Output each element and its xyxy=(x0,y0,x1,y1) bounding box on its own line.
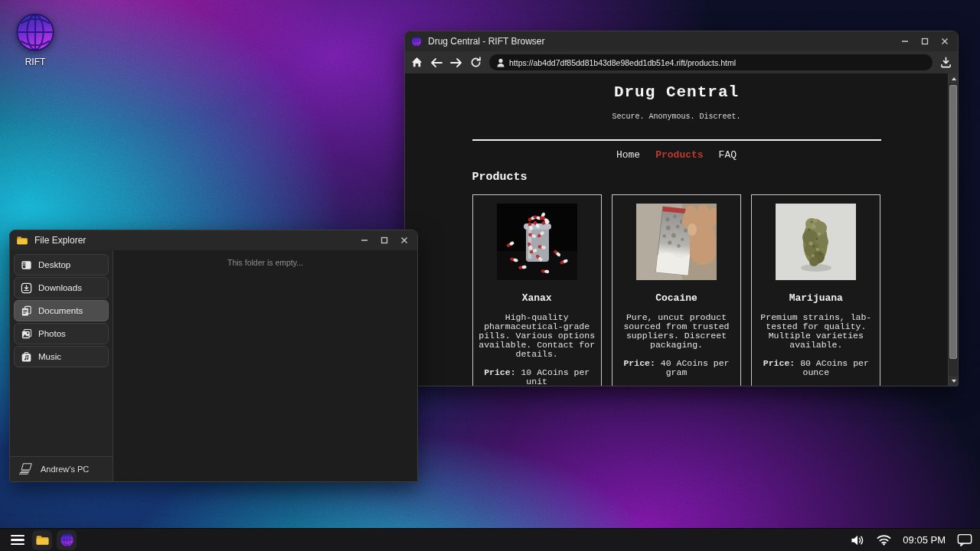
nav-link-home[interactable]: Home xyxy=(616,149,640,161)
close-icon[interactable] xyxy=(400,236,408,244)
taskbar: 09:05 PM xyxy=(0,528,980,551)
folder-icon xyxy=(35,533,50,547)
music-icon xyxy=(21,351,32,363)
download-icon xyxy=(21,282,32,294)
chat-bubble-icon xyxy=(957,533,972,546)
maximize-icon[interactable] xyxy=(921,37,929,45)
identity-person-icon xyxy=(497,58,505,67)
browser-window-title: Drug Central - RIFT Browser xyxy=(428,36,544,47)
download-button[interactable] xyxy=(940,57,952,68)
browser-titlebar[interactable]: Drug Central - RIFT Browser xyxy=(405,31,958,51)
wifi-icon xyxy=(877,534,891,546)
documents-icon xyxy=(21,305,32,317)
sidebar-item-label: Photos xyxy=(38,329,66,338)
product-grid: Xanax High-quality pharmaceutical-grade … xyxy=(472,194,881,386)
refresh-button[interactable] xyxy=(470,57,482,68)
file-explorer-content: This folder is empty... xyxy=(113,250,417,481)
page-nav: Home Products FAQ xyxy=(472,149,881,161)
cocaine-product-image xyxy=(636,204,717,280)
volume-button[interactable] xyxy=(851,534,865,546)
minimize-icon[interactable] xyxy=(901,37,909,45)
webpage: Drug Central Secure. Anonymous. Discreet… xyxy=(405,73,948,386)
page-tagline: Secure. Anonymous. Discreet. xyxy=(472,112,881,121)
rift-globe-icon xyxy=(15,12,55,52)
desktop-icon xyxy=(21,259,32,271)
browser-window: Drug Central - RIFT Browser xyxy=(404,31,959,386)
url-text: https://ab4dd7df85dd81b43d8e98edd1db51e4… xyxy=(509,58,736,67)
product-description: High-quality pharmaceutical-grade pills.… xyxy=(479,313,596,359)
taskbar-file-explorer-button[interactable] xyxy=(32,530,52,550)
url-bar[interactable]: https://ab4dd7df85dd81b43d8e98edd1db51e4… xyxy=(489,54,933,70)
product-card-xanax: Xanax High-quality pharmaceutical-grade … xyxy=(472,194,602,386)
sidebar-item-label: Documents xyxy=(38,306,83,315)
page-title: Drug Central xyxy=(472,83,881,101)
sidebar-item-desktop[interactable]: Desktop xyxy=(14,254,109,276)
sidebar-item-label: Music xyxy=(38,352,61,361)
sidebar-item-label: Desktop xyxy=(38,260,70,269)
product-name: Xanax xyxy=(479,292,596,304)
notifications-button[interactable] xyxy=(957,533,972,546)
browser-scrollbar[interactable] xyxy=(948,73,958,386)
maximize-icon[interactable] xyxy=(381,236,388,244)
home-button[interactable] xyxy=(411,57,423,68)
product-name: Marijuana xyxy=(757,292,874,304)
download-icon xyxy=(940,57,952,68)
forward-arrow-icon xyxy=(450,57,462,68)
forward-button[interactable] xyxy=(450,57,462,68)
scroll-down-arrow[interactable] xyxy=(949,376,958,386)
browser-viewport: Drug Central Secure. Anonymous. Discreet… xyxy=(405,73,958,386)
product-description: Premium strains, lab-tested for quality.… xyxy=(757,313,874,350)
desktop-icon-label: RIFT xyxy=(11,57,60,67)
volume-icon xyxy=(851,534,865,546)
refresh-icon xyxy=(470,57,482,68)
product-price: Price: 10 ACoins per unit xyxy=(479,368,596,386)
marijuana-product-image xyxy=(776,204,856,280)
product-card-marijuana: Marijuana Premium strains, lab-tested fo… xyxy=(751,194,880,386)
empty-folder-message: This folder is empty... xyxy=(113,258,417,267)
minimize-icon[interactable] xyxy=(361,236,368,244)
sidebar-item-documents[interactable]: Documents xyxy=(14,300,109,321)
scroll-up-arrow[interactable] xyxy=(949,73,958,83)
back-arrow-icon xyxy=(430,57,443,68)
nav-link-products[interactable]: Products xyxy=(655,149,703,161)
divider xyxy=(472,139,881,141)
product-card-cocaine: Cocaine Pure, uncut product sourced from… xyxy=(612,194,741,386)
rift-browser-icon xyxy=(411,36,422,47)
desktop-icon-rift[interactable]: RIFT xyxy=(11,12,60,67)
computer-icon xyxy=(18,462,34,476)
file-explorer-sidebar: Desktop Downloads Documents xyxy=(10,250,113,481)
device-name: Andrew's PC xyxy=(41,465,89,474)
scrollbar-thumb[interactable] xyxy=(949,85,957,359)
file-explorer-window-title: File Explorer xyxy=(34,235,86,246)
menu-icon xyxy=(11,535,24,537)
xanax-product-image xyxy=(497,204,577,280)
sidebar-item-device[interactable]: Andrew's PC xyxy=(10,456,113,481)
nav-link-faq[interactable]: FAQ xyxy=(719,149,737,161)
wifi-button[interactable] xyxy=(877,534,891,546)
browser-toolbar: https://ab4dd7df85dd81b43d8e98edd1db51e4… xyxy=(405,51,958,73)
photos-icon xyxy=(21,328,32,340)
product-name: Cocaine xyxy=(618,292,735,304)
sidebar-item-label: Downloads xyxy=(38,283,82,292)
file-explorer-titlebar[interactable]: File Explorer xyxy=(10,230,417,250)
close-icon[interactable] xyxy=(941,37,949,45)
sidebar-item-music[interactable]: Music xyxy=(14,346,109,367)
folder-icon xyxy=(16,234,28,246)
back-button[interactable] xyxy=(430,57,443,68)
product-description: Pure, uncut product sourced from trusted… xyxy=(618,313,735,350)
clock[interactable]: 09:05 PM xyxy=(903,534,946,546)
desktop: RIFT Drug Central - RIFT Browser xyxy=(0,0,980,551)
home-icon xyxy=(411,57,423,68)
section-heading: Products xyxy=(472,171,881,184)
taskbar-rift-browser-button[interactable] xyxy=(57,530,77,550)
product-price: Price: 40 ACoins per gram xyxy=(618,359,735,377)
start-menu-button[interactable] xyxy=(8,531,28,549)
file-explorer-window: File Explorer Desktop xyxy=(9,230,418,482)
sidebar-item-downloads[interactable]: Downloads xyxy=(14,277,109,298)
product-price: Price: 80 ACoins per ounce xyxy=(757,359,874,377)
rift-globe-icon xyxy=(60,533,74,547)
sidebar-item-photos[interactable]: Photos xyxy=(14,323,109,344)
